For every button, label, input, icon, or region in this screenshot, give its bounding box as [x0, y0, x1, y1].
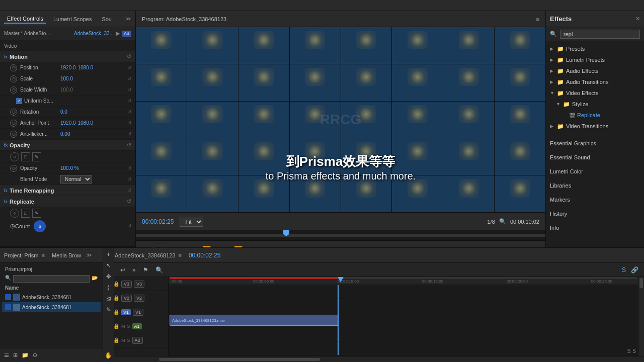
grid-view-btn[interactable]: ⊞	[13, 352, 18, 358]
track-area[interactable]: :-00:00 00:00:05:00 00:00:10:00 00:00:15…	[169, 277, 638, 356]
tl-zoom-tool[interactable]: 🔍	[154, 266, 165, 274]
tab-effect-controls[interactable]: Effect Controls	[4, 15, 46, 24]
move-tool[interactable]: ✥	[104, 272, 113, 281]
a2-btn[interactable]: A2	[132, 337, 143, 344]
replicate-circle-tool[interactable]: ○	[10, 209, 19, 218]
project-menu-icon[interactable]: ≡	[41, 252, 44, 258]
rotation-value[interactable]: 0.0	[60, 109, 67, 115]
uniform-scale-reset[interactable]: ↺	[127, 98, 131, 104]
media-browser-tab[interactable]: Media Brow	[52, 252, 81, 258]
tree-item-lumetri-presets[interactable]: ▶ 📁 Lumetri Presets	[546, 54, 644, 65]
tl-track-select-tool[interactable]: »	[131, 266, 137, 274]
anchor-point-x[interactable]: 1920.0	[60, 120, 76, 126]
folder-btn[interactable]: 📁	[22, 352, 29, 358]
tl-marker-tool[interactable]: ⚑	[141, 266, 150, 274]
new-item-btn[interactable]: ⊙	[33, 352, 37, 358]
lumetri-color-item[interactable]: Lumetri Color	[546, 164, 644, 178]
libraries-item[interactable]: Libraries	[546, 178, 644, 193]
project-prproj[interactable]: Prism.prproj	[2, 265, 101, 274]
scale-width-reset[interactable]: ↺	[127, 87, 131, 93]
replicate-rect-tool[interactable]: □	[21, 209, 30, 218]
v2-btn[interactable]: V2	[121, 295, 132, 302]
position-reset[interactable]: ↺	[127, 65, 131, 70]
clip-expand-icon[interactable]: ▶	[116, 30, 120, 37]
clip-name[interactable]: AdobeStock_33...	[74, 31, 114, 36]
magnifier-icon[interactable]: 🔍	[499, 218, 506, 225]
v1-target-btn[interactable]: V1	[133, 309, 143, 316]
blend-mode-dropdown[interactable]: Normal	[60, 175, 92, 184]
project-search-input[interactable]	[13, 275, 90, 283]
tree-item-video-effects[interactable]: ▼ 📁 Video Effects	[546, 87, 644, 99]
opacity-section-header[interactable]: fx Opacity ↺	[0, 140, 135, 151]
select-tool[interactable]: ↖	[104, 261, 113, 270]
pen-tool-tl[interactable]: ✎	[104, 305, 113, 314]
hand-tool[interactable]: ✋	[104, 351, 113, 360]
history-item[interactable]: History	[546, 207, 644, 221]
tl-ripple-tool[interactable]: ↩	[119, 266, 127, 274]
tab-sou[interactable]: Sou	[99, 15, 115, 23]
scale-stopwatch[interactable]: ◷	[10, 75, 17, 82]
count-reset[interactable]: ↺	[127, 223, 131, 229]
motion-reset[interactable]: ↺	[127, 53, 131, 60]
opacity-circle-tool[interactable]: ○	[10, 152, 19, 161]
time-remapping-section[interactable]: fx Time Remapping ↺	[0, 185, 135, 196]
opacity-pen-tool[interactable]: ✎	[32, 152, 41, 161]
position-stopwatch[interactable]: ◷	[10, 64, 17, 71]
position-value-x[interactable]: 1920.0	[60, 65, 76, 70]
a1-btn[interactable]: A1	[132, 323, 142, 329]
replicate-reset[interactable]: ↺	[127, 198, 131, 205]
uniform-scale-checkbox[interactable]: ✓	[16, 98, 22, 104]
rotation-stopwatch[interactable]: ◷	[10, 109, 17, 116]
tl-snap-btn[interactable]: S	[620, 266, 627, 274]
tree-item-replicate[interactable]: 🎬 Replicate	[546, 110, 644, 121]
scale-reset[interactable]: ↺	[127, 76, 131, 81]
anchor-point-y[interactable]: 1080.0	[78, 120, 94, 126]
count-value-circle[interactable]: 6	[34, 220, 46, 232]
scale-width-stopwatch[interactable]: ◷	[10, 86, 17, 94]
tree-item-audio-effects[interactable]: ▶ 📁 Audio Effects	[546, 65, 644, 76]
markers-item[interactable]: Markers	[546, 193, 644, 207]
v2-target-btn[interactable]: V2	[134, 295, 144, 302]
monitor-scrubber[interactable]	[136, 230, 545, 240]
effects-search-input[interactable]	[560, 30, 640, 39]
fit-select[interactable]: Fit	[180, 217, 203, 227]
project-search-btn[interactable]: 📂	[92, 275, 98, 283]
anchor-point-reset[interactable]: ↺	[127, 120, 131, 126]
slip-tool[interactable]: ⊴	[104, 294, 113, 303]
anti-flicker-value[interactable]: 0.00	[60, 131, 70, 137]
list-view-btn[interactable]: ☰	[4, 352, 9, 358]
anchor-point-stopwatch[interactable]: ◷	[10, 120, 17, 127]
blend-mode-reset[interactable]: ↺	[127, 176, 131, 182]
tl-linked-btn[interactable]: 🔗	[629, 266, 640, 274]
tree-item-audio-transitions[interactable]: ▶ 📁 Audio Transitions	[546, 76, 644, 87]
count-stopwatch[interactable]: ◷	[10, 223, 15, 229]
panel-menu-icon[interactable]: ≫	[125, 16, 131, 22]
essential-graphics-item[interactable]: Essential Graphics	[546, 136, 644, 150]
v3-btn[interactable]: V3	[121, 281, 132, 288]
tree-item-presets[interactable]: ▶ 📁 Presets	[546, 43, 644, 54]
tab-lumetri-scopes[interactable]: Lumetri Scopes	[50, 15, 95, 23]
v3-target-btn[interactable]: V3	[134, 281, 144, 288]
timeline-hscroll[interactable]	[103, 356, 644, 362]
v1-btn[interactable]: V1	[121, 309, 131, 315]
rotation-reset[interactable]: ↺	[127, 109, 131, 115]
essential-sound-item[interactable]: Essential Sound	[546, 150, 644, 164]
timeline-vscroll[interactable]	[638, 277, 644, 356]
project-file-1[interactable]: AdobeStock_3384681	[2, 292, 101, 302]
add-track-tool[interactable]: +	[104, 250, 113, 259]
effects-close-icon[interactable]: ✕	[635, 16, 640, 22]
in-point-tool[interactable]: ⟨	[104, 283, 113, 292]
anti-flicker-stopwatch[interactable]: ◷	[10, 131, 17, 138]
scale-value[interactable]: 100.0	[60, 76, 73, 81]
opacity-stopwatch[interactable]: ◷	[10, 165, 17, 172]
replicate-section-header[interactable]: fx Replicate ↺	[0, 196, 135, 207]
motion-section-header[interactable]: fx Motion ↺	[0, 51, 135, 62]
time-remapping-reset[interactable]: ↺	[127, 188, 131, 193]
timeline-menu-icon[interactable]: ≡	[179, 252, 182, 258]
project-expand-icon[interactable]: ≫	[86, 252, 92, 258]
opacity-prop-reset[interactable]: ↺	[127, 165, 131, 171]
monitor-menu-icon[interactable]: ≡	[536, 16, 539, 22]
v1-clip[interactable]: AdobeStock_338468123.mov	[170, 315, 339, 326]
replicate-pen-tool[interactable]: ✎	[32, 209, 41, 218]
tree-item-stylize[interactable]: ▼ 📁 Stylize	[546, 99, 644, 110]
